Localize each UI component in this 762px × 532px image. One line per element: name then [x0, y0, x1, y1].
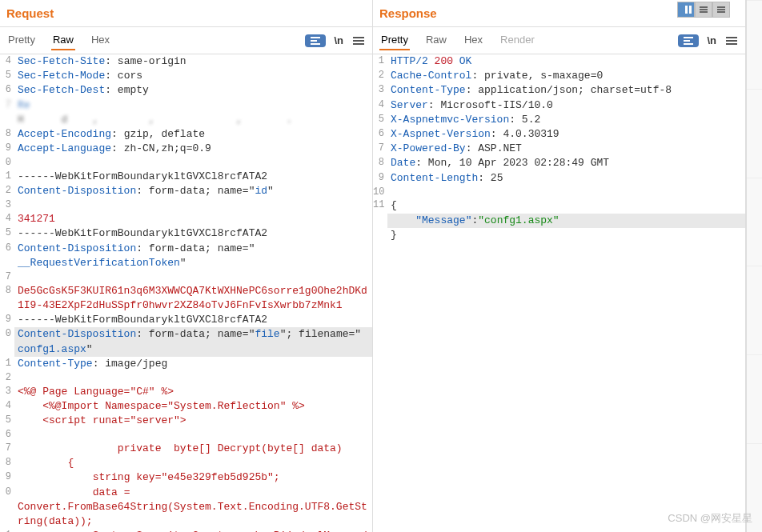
line-number: 1	[0, 529, 14, 532]
sidebar-chunk[interactable]	[747, 178, 762, 266]
request-code-area[interactable]: 4Sec-Fetch-Site: same-origin5Sec-Fetch-M…	[0, 54, 372, 532]
line-content[interactable]: private byte[] Decrypt(byte[] data)	[14, 442, 372, 456]
request-line: ring(data));	[0, 514, 372, 529]
line-content[interactable]: Content-Disposition: form-data; name="id…	[14, 184, 372, 198]
line-content[interactable]	[14, 156, 372, 170]
line-content[interactable]: H d , , , .	[14, 113, 372, 127]
response-line: 6X-Aspnet-Version: 4.0.30319	[373, 127, 745, 142]
line-content[interactable]	[387, 186, 745, 199]
line-content[interactable]: data =	[14, 486, 372, 500]
line-content[interactable]: string key="e45e329feb5d925b";	[14, 470, 372, 485]
sidebar-chunk[interactable]	[747, 266, 762, 354]
line-content[interactable]: Sec-Fetch-Mode: cors	[14, 69, 372, 83]
line-content[interactable]: Accept-Encoding: gzip, deflate	[14, 127, 372, 142]
line-content[interactable]: HTTP/2 200 OK	[387, 54, 745, 69]
tab-raw-res[interactable]: Raw	[424, 30, 448, 50]
line-number	[0, 298, 14, 313]
request-header: Request	[0, 0, 372, 27]
line-content[interactable]: Cache-Control: private, s-maxage=0	[387, 69, 745, 83]
line-content[interactable]: X-Powered-By: ASP.NET	[387, 142, 745, 156]
line-number: 1	[0, 357, 14, 371]
sidebar-chunk[interactable]	[747, 89, 762, 178]
svg-rect-3	[684, 37, 693, 38]
line-content[interactable]: <%@Import Namespace="System.Reflection" …	[14, 399, 372, 414]
list-button-1[interactable]	[695, 2, 712, 18]
line-content[interactable]: Content-Length: 25	[387, 171, 745, 186]
request-line: 1 System.Security.Cryptography.RijndaelM…	[0, 529, 372, 532]
line-content[interactable]: Re	[14, 98, 372, 113]
line-number: 4	[0, 399, 14, 414]
line-number: 2	[0, 371, 14, 385]
line-number: 3	[0, 385, 14, 399]
line-content[interactable]: X-Aspnet-Version: 4.0.30319	[387, 127, 745, 142]
line-content[interactable]: Sec-Fetch-Dest: empty	[14, 83, 372, 98]
line-content[interactable]: Content-Disposition: form-data; name="	[14, 242, 372, 256]
format-button-res[interactable]	[678, 34, 699, 47]
line-content[interactable]: Date: Mon, 10 Apr 2023 02:28:49 GMT	[387, 156, 745, 170]
line-content[interactable]: ------WebKitFormBoundarykltGVXCl8rcfATA2	[14, 313, 372, 327]
request-line: 8 {	[0, 456, 372, 470]
line-content[interactable]: System.Security.Cryptography.RijndaelMan…	[14, 529, 372, 532]
line-content[interactable]: "Message":"confg1.aspx"	[387, 214, 745, 228]
line-content[interactable]: X-Aspnetmvc-Version: 5.2	[387, 113, 745, 127]
line-content[interactable]	[14, 270, 372, 284]
line-content[interactable]: Convert.FromBase64String(System.Text.Enc…	[14, 500, 372, 514]
line-content[interactable]: 1I9-43E2XpF2dHuSSpfr0hwvr2XZ84oTvJ6FnFvI…	[14, 298, 372, 313]
format-button-req[interactable]	[305, 34, 326, 47]
response-line: 11{	[373, 198, 745, 213]
sidebar-chunk[interactable]	[747, 0, 762, 89]
line-number: 9	[0, 142, 14, 156]
line-number: 1	[0, 170, 14, 184]
line-content[interactable]: {	[387, 198, 745, 213]
request-line: 4Sec-Fetch-Site: same-origin	[0, 54, 372, 69]
line-number: 5	[0, 414, 14, 428]
line-content[interactable]: {	[14, 456, 372, 470]
request-line: 7Re	[0, 98, 372, 113]
line-content[interactable]: Sec-Fetch-Site: same-origin	[14, 54, 372, 69]
tab-hex-req[interactable]: Hex	[90, 30, 111, 50]
tab-raw-req[interactable]: Raw	[51, 30, 75, 50]
line-number: 5	[0, 69, 14, 83]
newline-label-req[interactable]: \n	[334, 34, 343, 46]
menu-icon-res[interactable]	[724, 35, 739, 46]
pause-button[interactable]	[677, 2, 695, 18]
request-panel: Request Pretty Raw Hex \n 4Sec-Fetch-Sit…	[0, 0, 373, 532]
line-number	[0, 113, 14, 127]
line-content[interactable]: Server: Microsoft-IIS/10.0	[387, 98, 745, 113]
right-sidebar	[746, 0, 762, 532]
line-content[interactable]	[14, 198, 372, 212]
line-number: 7	[0, 270, 14, 284]
line-content[interactable]: __RequestVerificationToken"	[14, 256, 372, 270]
menu-icon-req[interactable]	[351, 35, 366, 46]
sidebar-chunk[interactable]	[747, 354, 762, 443]
line-number: 8	[0, 284, 14, 298]
list-button-2[interactable]	[712, 2, 730, 18]
line-content[interactable]: Content-Type: application/json; charset=…	[387, 83, 745, 98]
line-content[interactable]: <%@ Page Language="C#" %>	[14, 385, 372, 399]
tab-render-res[interactable]: Render	[499, 30, 536, 50]
line-content[interactable]	[14, 371, 372, 385]
request-line: 8Accept-Encoding: gzip, deflate	[0, 127, 372, 142]
line-number: 8	[0, 456, 14, 470]
response-code-area[interactable]: 1HTTP/2 200 OK2Cache-Control: private, s…	[373, 54, 745, 532]
line-number: 6	[0, 242, 14, 256]
line-content[interactable]: Content-Disposition: form-data; name="fi…	[14, 327, 372, 342]
tab-pretty-req[interactable]: Pretty	[6, 30, 37, 50]
tab-hex-res[interactable]: Hex	[463, 30, 484, 50]
line-content[interactable]	[14, 428, 372, 442]
line-number: 0	[0, 327, 14, 342]
response-tabs-row: Pretty Raw Hex Render \n	[373, 27, 745, 54]
line-content[interactable]: }	[387, 228, 745, 242]
line-content[interactable]: Content-Type: image/jpeg	[14, 357, 372, 371]
tab-pretty-res[interactable]: Pretty	[379, 30, 410, 50]
line-content[interactable]: ------WebKitFormBoundarykltGVXCl8rcfATA2	[14, 170, 372, 184]
response-line: 9Content-Length: 25	[373, 171, 745, 186]
line-content[interactable]: ------WebKitFormBoundarykltGVXCl8rcfATA2	[14, 226, 372, 241]
line-content[interactable]: confg1.aspx"	[14, 342, 372, 357]
line-content[interactable]: <script runat="server">	[14, 414, 372, 428]
newline-label-res[interactable]: \n	[707, 34, 716, 46]
line-content[interactable]: De5GcGsK5F3KUIR61n3q6M3XWWCQA7KtWXHNePC6…	[14, 284, 372, 298]
line-content[interactable]: ring(data));	[14, 514, 372, 529]
line-content[interactable]: 341271	[14, 212, 372, 226]
line-content[interactable]: Accept-Language: zh-CN,zh;q=0.9	[14, 142, 372, 156]
